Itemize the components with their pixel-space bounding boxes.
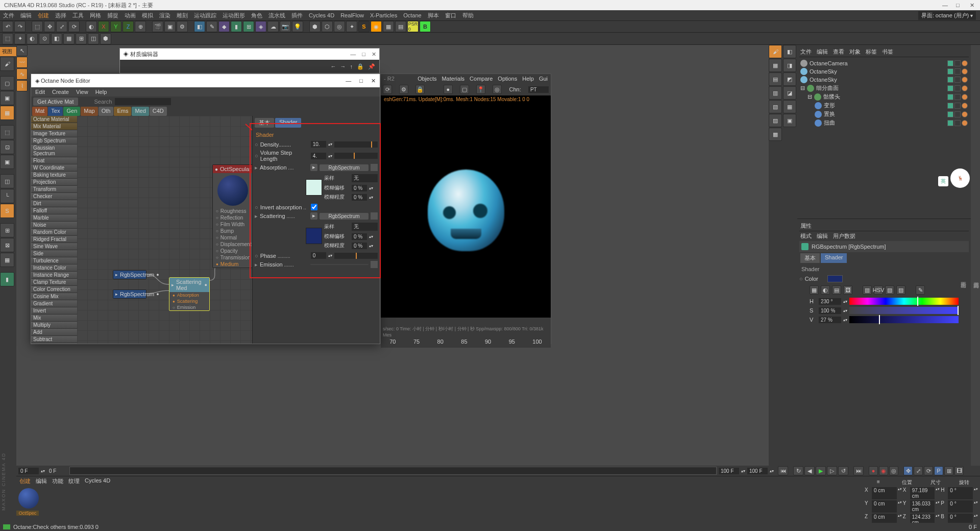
recent-icon[interactable]: ◐ (86, 21, 97, 32)
lt-uv-icon[interactable]: ◫ (0, 174, 14, 188)
density-slider[interactable] (334, 141, 378, 148)
lt-snap2-icon[interactable]: ⊠ (0, 238, 14, 252)
obj-tab-文件[interactable]: 文件 (800, 48, 812, 56)
menu-文件[interactable]: 文件 (3, 12, 14, 19)
z-axis-icon[interactable]: Z (122, 21, 134, 32)
rt-2-icon[interactable]: ▤ (769, 73, 782, 86)
xp2-icon[interactable]: ⬡ (322, 21, 333, 32)
environment-icon[interactable]: ☁ (267, 21, 279, 32)
absorption-button[interactable]: RgbSpectrum (320, 164, 369, 171)
scattering-button[interactable]: RgbSpectrum (320, 213, 369, 220)
t2-9-icon[interactable]: ⬢ (100, 33, 111, 44)
t2-8-icon[interactable]: ◫ (88, 33, 99, 44)
render-region-icon[interactable]: ▣ (164, 21, 176, 32)
color-mode-2-icon[interactable]: ◐ (821, 285, 830, 295)
timeline-end2[interactable]: 100 F (747, 468, 768, 474)
coord-sys-icon[interactable]: ⊕ (135, 21, 146, 32)
oct-lock-icon[interactable]: 🔒 (415, 85, 425, 94)
lt-snap3-icon[interactable]: ▦ (0, 253, 14, 267)
octane-render-view[interactable] (381, 103, 551, 318)
ne-tab-ems[interactable]: Ems (114, 107, 131, 116)
lt-cube1-icon[interactable]: ▢ (0, 76, 14, 90)
oct-a-icon[interactable]: ▦ (383, 21, 394, 32)
tr-dot-icon[interactable]: ⊞ (944, 466, 953, 475)
port-opacity[interactable]: Opacity (213, 248, 253, 254)
live-select-icon[interactable]: ⬚ (32, 21, 43, 32)
menu-动画[interactable]: 动画 (125, 12, 136, 19)
extrude-icon[interactable]: ▮ (231, 21, 242, 32)
t2-5-icon[interactable]: ◧ (51, 33, 62, 44)
ne-max-icon[interactable]: □ (359, 78, 363, 84)
ne-item-color-correction[interactable]: Color Correction (31, 286, 77, 293)
lt2-curve3-icon[interactable]: ⌇ (16, 80, 28, 91)
ne-item-transform[interactable]: Transform (31, 186, 77, 193)
tr-p-icon[interactable]: ✥ (903, 466, 913, 475)
mat-max-icon[interactable]: □ (362, 51, 365, 58)
absorption-swatch[interactable] (306, 179, 322, 196)
color-mode-6-icon[interactable]: HSV (874, 285, 883, 295)
ne-item-sine-wave[interactable]: Sine Wave (31, 243, 77, 250)
tab-mograph[interactable]: 内容浏览器 (972, 49, 980, 506)
port-absorption[interactable]: Absorption (169, 292, 209, 298)
menu-创建[interactable]: 创建 (38, 12, 49, 19)
menu-窗口[interactable]: 窗口 (445, 12, 456, 19)
emission-button[interactable] (310, 264, 369, 265)
rt-4-icon[interactable]: ▧ (769, 100, 782, 113)
loop-icon[interactable]: ↻ (793, 466, 803, 475)
menu-编辑[interactable]: 编辑 (20, 12, 32, 19)
ne-item-side[interactable]: Side (31, 250, 77, 257)
b-icon[interactable]: B (420, 21, 431, 32)
obj-OctaneSky[interactable]: OctaneSky (800, 76, 968, 84)
obj-OctaneCamera[interactable]: OctaneCamera (800, 59, 968, 67)
ne-item-octane-material[interactable]: Octane Material (31, 116, 77, 123)
ne-item-noise[interactable]: Noise (31, 222, 77, 229)
pen-icon[interactable]: ✎ (206, 21, 217, 32)
cube-icon[interactable]: ◧ (194, 21, 205, 32)
chn-dropdown[interactable]: PT (528, 86, 549, 93)
abs-blurscale-input[interactable]: 0 % (352, 194, 367, 201)
menu-模拟[interactable]: 模拟 (142, 12, 153, 19)
val-slider[interactable] (849, 316, 959, 323)
keysel-icon[interactable]: ◎ (889, 466, 898, 475)
scattering-swatch[interactable] (306, 228, 322, 244)
color-mode-7-icon[interactable]: ▧ (885, 285, 894, 295)
scattering-clear-icon[interactable] (371, 212, 378, 220)
tr-s-icon[interactable]: ⤢ (914, 466, 923, 475)
get-active-mat-button[interactable]: Get Active Mat (33, 98, 78, 106)
oct-menu-help[interactable]: Help (522, 76, 534, 82)
lt-poly-icon[interactable]: ▣ (0, 155, 14, 169)
mat-up-icon[interactable]: ↑ (350, 63, 353, 69)
attr-mode-编辑[interactable]: 编辑 (817, 232, 828, 240)
abs-sample-dropdown[interactable]: 无 (352, 174, 378, 182)
x-axis-icon[interactable]: X (98, 21, 109, 32)
ne-item-baking-texture[interactable]: Baking texture (31, 172, 77, 179)
ne-item-falloff[interactable]: Falloff (31, 207, 77, 214)
menu-插件[interactable]: 插件 (291, 12, 303, 19)
tr-pla-icon[interactable]: P (934, 466, 943, 475)
menu-RealFlow[interactable]: RealFlow (340, 12, 364, 18)
ne-min-icon[interactable]: — (346, 78, 351, 84)
obj-OctaneSky[interactable]: OctaneSky (800, 67, 968, 76)
menu-Cycles 4D[interactable]: Cycles 4D (309, 12, 334, 18)
timeline-end[interactable]: 100 F (719, 468, 739, 474)
lt-axis-icon[interactable]: └ (0, 189, 14, 203)
goto-end-icon[interactable]: ⏭ (853, 466, 864, 475)
node-rgb1-header[interactable]: ▸RgbSpectrum● (113, 271, 146, 279)
tr-r-icon[interactable]: ⟳ (924, 466, 933, 475)
lt-edge-icon[interactable]: ⊡ (0, 140, 14, 154)
node-canvas[interactable]: ● OctSpecular ● RoughnessReflectionFilm … (77, 116, 252, 344)
ne-item-projection[interactable]: Projection (31, 179, 77, 186)
ne-item-invert[interactable]: Invert (31, 307, 77, 315)
ne-close-icon[interactable]: ✕ (371, 78, 376, 84)
oct-target-icon[interactable]: ◎ (493, 85, 502, 94)
absorption-link-icon[interactable]: ▸ (310, 164, 317, 171)
node-scattering-header[interactable]: ▸Scattering Med ● (169, 278, 209, 292)
rt-b5-icon[interactable]: ▦ (783, 100, 796, 113)
menu-流水线[interactable]: 流水线 (268, 12, 285, 19)
oct-menu-gui[interactable]: Gui (539, 76, 548, 82)
phase-slider[interactable] (334, 253, 378, 259)
object-tree[interactable]: OctaneCameraOctaneSkyOctaneSky⊟ 细分曲面⊟ 骷髅… (799, 57, 969, 129)
t2-6-icon[interactable]: ▦ (63, 33, 75, 44)
attr-tab-shader[interactable]: Shader (821, 253, 847, 263)
undo-icon[interactable]: ↶ (2, 21, 13, 32)
